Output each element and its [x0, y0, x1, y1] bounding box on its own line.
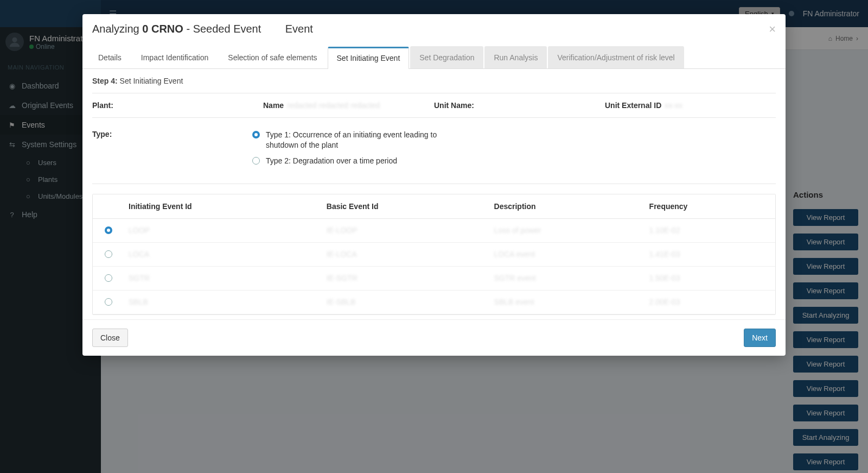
step-text: Set Initiating Event — [120, 77, 183, 85]
cell-init-id: SBLB — [123, 290, 321, 314]
tab-label: Impact Identification — [141, 53, 209, 62]
cell-desc: Loss of power — [489, 218, 644, 242]
tab-label: Run Analysis — [494, 53, 538, 62]
tab-label: Verification/Adjustment of risk level — [557, 53, 674, 62]
modal-tabs: Details Impact Identification Selection … — [82, 46, 786, 69]
tab-verification: Verification/Adjustment of risk level — [548, 46, 684, 68]
cell-freq: 1.41E-03 — [644, 242, 775, 266]
title-bold: 0 CRNO — [142, 23, 183, 35]
table-row[interactable]: LOOPIE-LOOPLoss of power1.10E-02 — [93, 218, 775, 242]
cell-freq: 1.50E-03 — [644, 266, 775, 290]
table-row[interactable]: SBLBIE-SBLBSBLB event2.00E-03 — [93, 290, 775, 314]
cell-desc: SBLB event — [489, 290, 644, 314]
cell-freq: 2.00E-03 — [644, 290, 775, 314]
table-header-row: Initiating Event Id Basic Event Id Descr… — [93, 194, 775, 219]
close-button[interactable]: Close — [92, 329, 128, 347]
unit-ext-label: Unit External ID — [605, 101, 661, 110]
type-options: Type 1: Occurrence of an initiating even… — [250, 130, 445, 172]
tab-details[interactable]: Details — [89, 46, 131, 68]
close-icon: × — [769, 22, 776, 36]
title-prefix: Analyzing — [92, 23, 142, 35]
title-mid: - Seeded Event — [183, 23, 261, 35]
row-select-radio[interactable] — [105, 274, 112, 282]
initiating-event-table: Initiating Event Id Basic Event Id Descr… — [92, 194, 776, 315]
cell-desc: SGTR event — [489, 266, 644, 290]
cell-freq: 1.10E-02 — [644, 218, 775, 242]
close-button-label: Close — [100, 333, 120, 342]
tab-set-degradation: Set Degradation — [410, 46, 483, 68]
analyze-modal: Analyzing 0 CRNO - Seeded Event Event × … — [82, 14, 786, 356]
tab-label: Set Initiating Event — [337, 54, 400, 62]
cell-basic-id: IE-LOCA — [321, 242, 489, 266]
modal-body: Step 4: Set Initiating Event Plant: Name… — [82, 69, 786, 319]
type-label: Type: — [92, 130, 250, 172]
table-row[interactable]: SGTRIE-SGTRSGTR event1.50E-03 — [93, 266, 775, 290]
modal-header: Analyzing 0 CRNO - Seeded Event Event × — [82, 14, 786, 43]
col-init-id: Initiating Event Id — [123, 194, 321, 219]
name-value: redacted redacted redacted — [287, 101, 380, 110]
tab-label: Set Degradation — [419, 53, 474, 62]
tab-label: Details — [98, 53, 122, 62]
row-select-radio[interactable] — [105, 298, 112, 306]
tab-set-initiating[interactable]: Set Initiating Event — [328, 47, 410, 69]
col-freq: Frequency — [644, 194, 775, 219]
type-row: Type: Type 1: Occurrence of an initiatin… — [92, 118, 776, 184]
row-select-radio[interactable] — [105, 226, 112, 234]
name-label: Name — [263, 101, 284, 110]
cell-init-id: LOOP — [123, 218, 321, 242]
tab-label: Selection of safe elements — [228, 53, 317, 62]
cell-init-id: LOCA — [123, 242, 321, 266]
unit-name-label: Unit Name: — [434, 101, 474, 110]
type-radio-2[interactable] — [252, 157, 260, 165]
col-basic-id: Basic Event Id — [321, 194, 489, 219]
modal-footer: Close Next — [82, 319, 786, 356]
tab-impact[interactable]: Impact Identification — [132, 46, 218, 68]
unit-ext-value: xx-xx — [665, 101, 682, 110]
cell-desc: LOCA event — [489, 242, 644, 266]
table-row[interactable]: LOCAIE-LOCALOCA event1.41E-03 — [93, 242, 775, 266]
step-indicator: Step 4: Set Initiating Event — [92, 77, 776, 85]
cell-basic-id: IE-SGTR — [321, 266, 489, 290]
type-option-2-label: Type 2: Degradation over a time period — [266, 156, 397, 166]
meta-row: Plant: Nameredacted redacted redacted Un… — [92, 93, 776, 118]
modal-close-button[interactable]: × — [769, 23, 776, 35]
next-button[interactable]: Next — [744, 329, 776, 347]
col-select — [93, 194, 123, 219]
type-radio-1[interactable] — [252, 131, 260, 138]
cell-basic-id: IE-LOOP — [321, 218, 489, 242]
modal-title: Analyzing 0 CRNO - Seeded Event Event — [92, 23, 313, 35]
row-select-radio[interactable] — [105, 250, 112, 258]
type-option-1[interactable]: Type 1: Occurrence of an initiating even… — [250, 130, 445, 150]
next-button-label: Next — [752, 333, 768, 342]
plant-label: Plant: — [92, 101, 113, 110]
tab-selection[interactable]: Selection of safe elements — [219, 46, 326, 68]
title-suffix: Event — [282, 23, 313, 35]
col-desc: Description — [489, 194, 644, 219]
type-option-1-label: Type 1: Occurrence of an initiating even… — [266, 130, 445, 150]
step-label: Step 4: — [92, 77, 118, 85]
cell-init-id: SGTR — [123, 266, 321, 290]
cell-basic-id: IE-SBLB — [321, 290, 489, 314]
tab-run-analysis: Run Analysis — [484, 46, 547, 68]
type-option-2[interactable]: Type 2: Degradation over a time period — [250, 156, 445, 166]
